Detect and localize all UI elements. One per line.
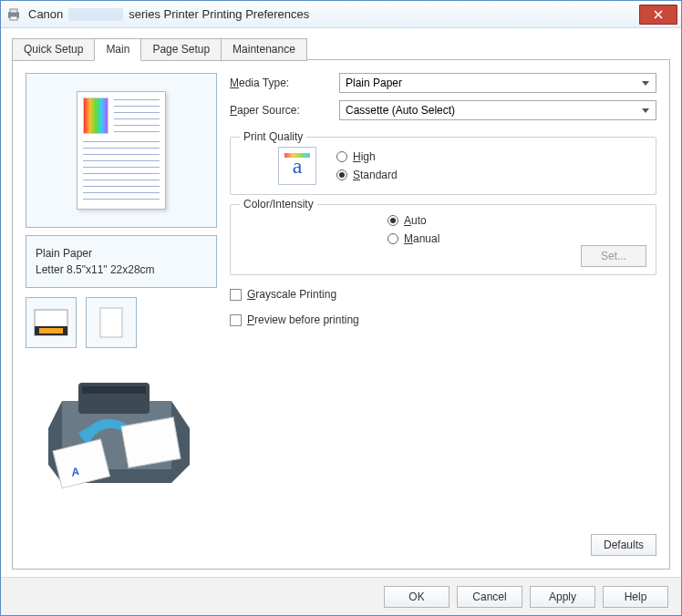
preview-checkbox[interactable]: Preview before printing bbox=[230, 313, 656, 326]
print-quality-icon: a bbox=[278, 147, 316, 185]
paper-source-select[interactable]: Cassette (Auto Select) bbox=[339, 100, 656, 120]
client-area: Quick Setup Main Page Setup Maintenance bbox=[1, 28, 681, 577]
window-title-prefix: Canon bbox=[28, 7, 63, 21]
preview-paper-size: Letter 8.5"x11" 22x28cm bbox=[36, 262, 207, 278]
ok-button[interactable]: OK bbox=[384, 586, 450, 608]
paper-source-value: Cassette (Auto Select) bbox=[346, 104, 455, 117]
printer-illustration: A bbox=[26, 364, 217, 501]
radio-quality-high[interactable]: High bbox=[336, 150, 398, 163]
media-type-value: Plain Paper bbox=[346, 77, 402, 89]
radio-quality-standard[interactable]: Standard bbox=[336, 169, 398, 181]
radio-quality-high-label: High bbox=[353, 150, 376, 163]
radio-icon bbox=[336, 169, 347, 180]
radio-color-manual-label: Manual bbox=[404, 232, 439, 245]
tab-page-setup[interactable]: Page Setup bbox=[140, 38, 222, 61]
svg-rect-2 bbox=[10, 16, 17, 20]
preferences-window: Canon series Printer Printing Preference… bbox=[0, 0, 682, 616]
grayscale-checkbox[interactable]: Grayscale Printing bbox=[230, 288, 656, 301]
media-type-select[interactable]: Plain Paper bbox=[339, 73, 656, 93]
preview-label: Preview before printing bbox=[247, 313, 359, 326]
radio-icon bbox=[388, 215, 398, 226]
paper-orientation-icon[interactable] bbox=[86, 297, 137, 348]
radio-icon bbox=[336, 151, 347, 162]
radio-icon bbox=[388, 233, 398, 244]
checkbox-icon bbox=[230, 314, 242, 326]
tab-strip: Quick Setup Main Page Setup Maintenance bbox=[12, 37, 670, 60]
radio-color-auto-label: Auto bbox=[404, 214, 427, 227]
help-button[interactable]: Help bbox=[603, 586, 668, 608]
dialog-footer: OK Cancel Apply Help bbox=[1, 577, 681, 615]
color-intensity-label: Color/Intensity bbox=[240, 198, 317, 210]
grayscale-label: Grayscale Printing bbox=[247, 288, 336, 301]
paper-source-label: Paper Source: bbox=[230, 104, 339, 117]
window-title-suffix: series Printer Printing Preferences bbox=[129, 7, 309, 21]
chevron-down-icon bbox=[639, 77, 652, 89]
chevron-down-icon bbox=[639, 104, 652, 117]
radio-quality-standard-label: Standard bbox=[353, 169, 398, 181]
option-icon-row bbox=[26, 297, 217, 348]
apply-button[interactable]: Apply bbox=[530, 586, 595, 608]
svg-rect-6 bbox=[100, 308, 122, 337]
tab-quick-setup[interactable]: Quick Setup bbox=[12, 38, 95, 61]
page-preview-sheet bbox=[77, 91, 166, 210]
cancel-button[interactable]: Cancel bbox=[457, 586, 522, 608]
right-column: Media Type: Plain Paper Paper Source: Ca… bbox=[230, 73, 656, 556]
close-icon bbox=[654, 10, 663, 19]
preview-info: Plain Paper Letter 8.5"x11" 22x28cm bbox=[26, 235, 217, 288]
media-type-label: Media Type: bbox=[230, 77, 339, 89]
tab-main[interactable]: Main bbox=[94, 38, 141, 61]
radio-color-manual[interactable]: Manual bbox=[388, 232, 439, 245]
tab-maintenance[interactable]: Maintenance bbox=[221, 38, 307, 61]
preview-media-type: Plain Paper bbox=[36, 245, 207, 262]
left-column: Plain Paper Letter 8.5"x11" 22x28cm bbox=[26, 73, 217, 556]
color-intensity-group: Color/Intensity Auto Manual bbox=[230, 204, 656, 275]
checkbox-icon bbox=[230, 289, 242, 301]
svg-rect-1 bbox=[10, 9, 17, 13]
svg-rect-8 bbox=[82, 386, 146, 394]
titlebar: Canon series Printer Printing Preference… bbox=[1, 1, 681, 28]
close-button[interactable] bbox=[639, 5, 677, 25]
set-button[interactable]: Set... bbox=[581, 245, 646, 267]
print-quality-label: Print Quality bbox=[240, 130, 306, 143]
print-quality-group: Print Quality a High Standard bbox=[230, 137, 656, 195]
page-preview bbox=[26, 73, 217, 228]
svg-rect-5 bbox=[39, 328, 63, 334]
printer-icon bbox=[6, 7, 21, 22]
tab-page-main: Plain Paper Letter 8.5"x11" 22x28cm bbox=[12, 59, 670, 570]
radio-color-auto[interactable]: Auto bbox=[388, 214, 439, 227]
color-mode-icon[interactable] bbox=[26, 297, 77, 348]
defaults-button[interactable]: Defaults bbox=[591, 534, 656, 556]
svg-rect-10 bbox=[121, 417, 181, 467]
title-redacted bbox=[68, 8, 123, 21]
